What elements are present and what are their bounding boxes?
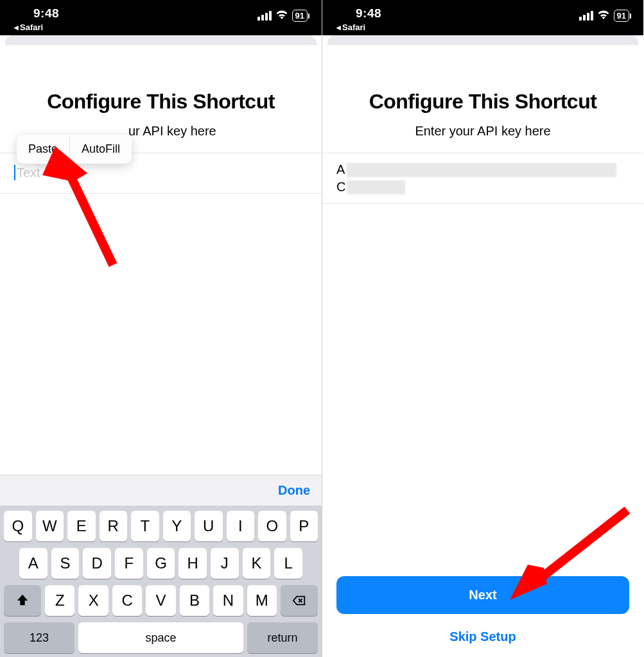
back-to-app[interactable]: ◂ Safari [14,22,59,32]
battery-icon: 91 [614,10,629,22]
space-key[interactable]: space [78,622,243,653]
text-cursor-icon [14,165,15,180]
keyboard-row-3: Z X C V B N M [4,585,318,616]
keyboard-row-2: A S D F G H J K L [4,548,318,579]
key-j[interactable]: J [211,548,239,579]
status-bar: 9:48 ◂ Safari 91 [0,0,322,35]
key-r[interactable]: R [100,511,128,542]
shift-key[interactable] [4,585,41,616]
key-m[interactable]: M [247,585,277,616]
key-k[interactable]: K [243,548,271,579]
api-key-redacted: A C [336,162,629,194]
page-subtitle: Enter your API key here [322,124,643,153]
key-a[interactable]: A [19,548,48,579]
key-c[interactable]: C [112,585,142,616]
key-z[interactable]: Z [45,585,74,616]
wifi-icon [597,10,610,22]
key-p[interactable]: P [290,511,318,542]
key-f[interactable]: F [115,548,143,579]
key-u[interactable]: U [195,511,223,542]
paste-button[interactable]: Paste [17,135,69,164]
redacted-bar-icon [347,163,616,177]
sheet: Configure This Shortcut Enter your API k… [322,45,643,657]
return-key[interactable]: return [247,622,318,653]
chevron-left-icon: ◂ [336,22,341,32]
key-w[interactable]: W [36,511,64,542]
key-o[interactable]: O [258,511,286,542]
numbers-key[interactable]: 123 [4,622,74,653]
key-i[interactable]: I [227,511,255,542]
shift-icon [15,593,30,608]
key-h[interactable]: H [178,548,207,579]
redacted-char: A [336,162,345,177]
keyboard-done-button[interactable]: Done [278,483,310,498]
key-d[interactable]: D [83,548,111,579]
key-q[interactable]: Q [4,511,32,542]
wifi-icon [275,10,288,22]
autofill-button[interactable]: AutoFill [69,135,132,164]
key-n[interactable]: N [213,585,243,616]
key-v[interactable]: V [146,585,175,616]
status-bar: 9:48 ◂ Safari 91 [322,0,643,35]
key-e[interactable]: E [67,511,96,542]
status-time: 9:48 [356,6,381,21]
skip-setup-button[interactable]: Skip Setup [336,629,629,644]
next-button[interactable]: Next [336,576,629,614]
keyboard: Q W E R T Y U I O P A S D F G H J K L [0,506,322,657]
key-l[interactable]: L [274,548,302,579]
chevron-left-icon: ◂ [14,22,19,32]
key-b[interactable]: B [180,585,209,616]
redacted-char: C [336,180,345,194]
status-time: 9:48 [33,6,59,21]
text-context-menu: Paste AutoFill [17,135,132,164]
key-g[interactable]: G [147,548,175,579]
battery-icon: 91 [292,10,308,22]
api-key-input[interactable]: Text [14,165,308,180]
page-title: Configure This Shortcut [0,45,322,124]
backspace-key[interactable] [281,585,318,616]
redacted-bar-icon [347,180,405,194]
cellular-signal-icon [579,11,593,21]
bottom-actions: Next Skip Setup [322,576,643,657]
key-y[interactable]: Y [163,511,191,542]
cellular-signal-icon [257,11,272,21]
backspace-icon [292,593,306,608]
keyboard-row-1: Q W E R T Y U I O P [4,511,318,542]
key-x[interactable]: X [78,585,108,616]
page-title: Configure This Shortcut [322,45,643,124]
keyboard-toolbar: Done [0,475,322,506]
key-t[interactable]: T [131,511,159,542]
api-key-field-wrap[interactable]: A C [322,153,643,204]
key-s[interactable]: S [51,548,80,579]
phone-right: 9:48 ◂ Safari 91 Configure This Shortcut… [322,0,643,657]
input-placeholder: Text [17,166,40,180]
phone-left: 9:48 ◂ Safari 91 Configure This Shortcut… [0,0,322,657]
keyboard-row-4: 123 space return [4,622,318,653]
back-to-app[interactable]: ◂ Safari [336,22,381,32]
